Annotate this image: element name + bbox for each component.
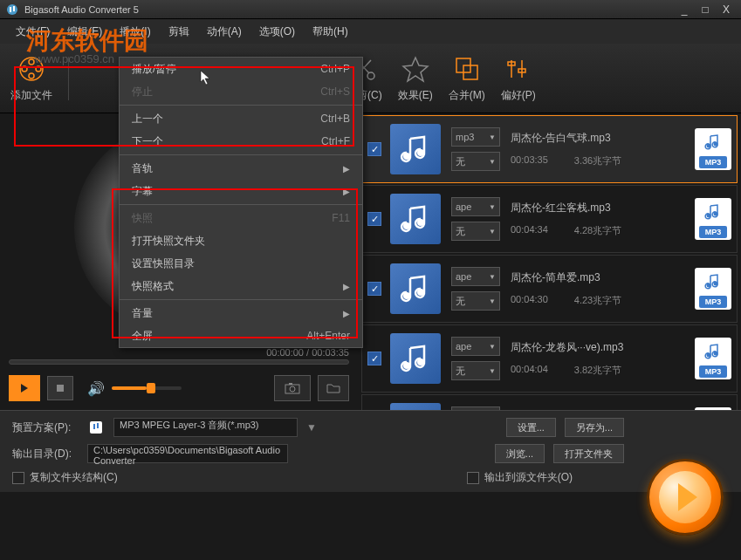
menu-option[interactable]: 字幕▶ bbox=[120, 180, 362, 202]
file-name: 周杰伦-简单爱.mp3 bbox=[511, 270, 686, 285]
menu-6[interactable]: 帮助(H) bbox=[304, 21, 357, 43]
svg-point-14 bbox=[403, 153, 410, 160]
format-select[interactable]: mp3▼ bbox=[451, 127, 500, 147]
mp3-icon bbox=[87, 419, 105, 436]
snapshot-button[interactable] bbox=[274, 375, 311, 401]
menu-option[interactable]: 设置快照目录 bbox=[120, 252, 362, 275]
menu-option: 快照F11 bbox=[120, 207, 362, 229]
file-thumbnail bbox=[390, 263, 441, 314]
maximize-button[interactable]: □ bbox=[696, 3, 715, 17]
tool-preferences[interactable]: 偏好(P) bbox=[501, 53, 536, 103]
seek-bar[interactable] bbox=[9, 359, 349, 365]
file-checkbox[interactable]: ✓ bbox=[367, 352, 381, 365]
copy-structure-checkbox[interactable]: 复制文件夹结构(C) bbox=[12, 470, 118, 485]
tool-label: 添加文件 bbox=[10, 88, 52, 103]
svg-rect-13 bbox=[289, 383, 292, 385]
menu-3[interactable]: 剪辑 bbox=[160, 21, 198, 43]
file-checkbox[interactable]: ✓ bbox=[367, 212, 381, 226]
volume-slider[interactable] bbox=[112, 386, 182, 390]
volume-icon: 🔊 bbox=[87, 380, 105, 397]
menu-4[interactable]: 动作(A) bbox=[198, 21, 250, 43]
preset-select[interactable]: MP3 MPEG Layer-3 音频(*.mp3) bbox=[113, 418, 298, 437]
menubar: 文件(F)编辑(E)播放(I)剪辑动作(A)选项(O)帮助(H) bbox=[0, 19, 741, 44]
svg-point-3 bbox=[36, 66, 41, 72]
file-size: 3.82兆字节 bbox=[574, 364, 621, 377]
stop-button[interactable] bbox=[47, 376, 73, 400]
open-folder-button[interactable]: 打开文件夹 bbox=[553, 444, 624, 463]
sub-select[interactable]: 无▼ bbox=[451, 152, 500, 171]
menu-option[interactable]: 快照格式▶ bbox=[120, 275, 362, 297]
settings-button[interactable]: 设置... bbox=[506, 418, 556, 437]
sub-select[interactable]: 无▼ bbox=[451, 222, 500, 241]
menu-separator bbox=[120, 154, 362, 155]
file-duration: 00:04:34 bbox=[511, 224, 548, 237]
svg-point-26 bbox=[403, 362, 410, 369]
svg-point-25 bbox=[714, 282, 718, 286]
file-row[interactable]: ✓mp3▼无▼周杰伦-龙卷风···ve).mp300:04:043.82兆字节M… bbox=[361, 394, 738, 410]
minimize-button[interactable]: _ bbox=[675, 3, 694, 17]
preset-arrow[interactable]: ▼ bbox=[306, 421, 317, 434]
tools-icon bbox=[503, 53, 534, 85]
time-display: 00:00:00 / 00:03:35 bbox=[9, 347, 349, 358]
file-duration: 00:04:04 bbox=[511, 364, 548, 377]
output-format-icon: MP3 bbox=[695, 268, 731, 310]
format-select[interactable]: ape▼ bbox=[451, 197, 500, 216]
file-row[interactable]: ✓ape▼无▼周杰伦-红尘客栈.mp300:04:344.28兆字节MP3 bbox=[361, 185, 738, 253]
tool-effect[interactable]: 效果(E) bbox=[398, 53, 433, 103]
file-duration: 00:03:35 bbox=[511, 154, 548, 167]
checkbox-icon bbox=[12, 472, 24, 484]
output-format-icon: MP3 bbox=[695, 128, 731, 170]
play-menu-dropdown: 播放/暂停Ctrl+P停止Ctrl+S上一个Ctrl+B下一个Ctrl+F音轨▶… bbox=[119, 57, 363, 348]
tool-merge[interactable]: 合并(M) bbox=[449, 53, 485, 103]
film-icon bbox=[16, 53, 47, 85]
menu-option[interactable]: 音量▶ bbox=[120, 302, 362, 324]
menu-option[interactable]: 全屏Alt+Enter bbox=[120, 324, 362, 347]
titlebar: Bigasoft Audio Converter 5 _ □ X bbox=[0, 0, 741, 19]
convert-button[interactable] bbox=[647, 459, 724, 536]
sub-select[interactable]: 无▼ bbox=[451, 361, 500, 380]
svg-point-21 bbox=[714, 212, 718, 216]
output-format-icon: MP3 bbox=[695, 198, 731, 240]
tool-label: 效果(E) bbox=[398, 88, 433, 103]
menu-option[interactable]: 音轨▶ bbox=[120, 157, 362, 180]
output-label: 输出目录(D): bbox=[12, 447, 79, 461]
svg-point-4 bbox=[29, 73, 34, 79]
file-duration: 00:04:30 bbox=[511, 294, 548, 307]
svg-point-15 bbox=[417, 149, 424, 156]
file-row[interactable]: ✓ape▼无▼周杰伦-龙卷风···ve).mp300:04:043.82兆字节M… bbox=[361, 324, 738, 393]
bottom-panel: 预置方案(P): MP3 MPEG Layer-3 音频(*.mp3) ▼ 设置… bbox=[0, 410, 741, 492]
svg-point-20 bbox=[707, 214, 711, 218]
svg-point-17 bbox=[714, 142, 718, 147]
menu-5[interactable]: 选项(O) bbox=[250, 21, 304, 43]
menu-option[interactable]: 打开快照文件夹 bbox=[120, 229, 362, 252]
menu-option[interactable]: 下一个Ctrl+F bbox=[120, 130, 362, 153]
format-select[interactable]: ape▼ bbox=[451, 267, 500, 286]
close-button[interactable]: X bbox=[717, 3, 736, 17]
sub-select[interactable]: 无▼ bbox=[451, 291, 500, 311]
play-button[interactable] bbox=[9, 375, 40, 401]
menu-option[interactable]: 上一个Ctrl+B bbox=[120, 107, 362, 130]
tool-add-files[interactable]: 添加文件 bbox=[10, 53, 52, 103]
browse-button[interactable]: 浏览... bbox=[495, 444, 545, 463]
svg-point-16 bbox=[707, 144, 711, 148]
separator bbox=[68, 57, 69, 100]
output-path-input[interactable]: C:\Users\pc0359\Documents\Bigasoft Audio… bbox=[87, 444, 288, 463]
format-select[interactable]: ape▼ bbox=[451, 337, 500, 356]
file-row[interactable]: ✓ape▼无▼周杰伦-简单爱.mp300:04:304.23兆字节MP3 bbox=[361, 255, 738, 323]
file-row[interactable]: ✓mp3▼无▼周杰伦-告白气球.mp300:03:353.36兆字节MP3 bbox=[361, 115, 738, 183]
format-select[interactable]: mp3▼ bbox=[451, 406, 500, 410]
file-checkbox[interactable]: ✓ bbox=[367, 142, 381, 156]
svg-point-5 bbox=[22, 66, 27, 72]
snapshot-folder-button[interactable] bbox=[318, 375, 349, 401]
menu-option[interactable]: 播放/暂停Ctrl+P bbox=[120, 58, 362, 80]
file-name: 周杰伦-红尘客栈.mp3 bbox=[511, 201, 686, 215]
output-format-icon: MP3 bbox=[695, 407, 731, 410]
menu-0[interactable]: 文件(F) bbox=[7, 21, 58, 43]
menu-2[interactable]: 播放(I) bbox=[111, 21, 159, 43]
file-checkbox[interactable]: ✓ bbox=[367, 282, 381, 296]
output-to-source-checkbox[interactable]: 输出到源文件夹(O) bbox=[467, 470, 573, 485]
checkbox-icon bbox=[467, 472, 479, 484]
svg-point-23 bbox=[417, 289, 424, 296]
save-as-button[interactable]: 另存为... bbox=[565, 418, 624, 437]
menu-1[interactable]: 编辑(E) bbox=[58, 21, 111, 43]
